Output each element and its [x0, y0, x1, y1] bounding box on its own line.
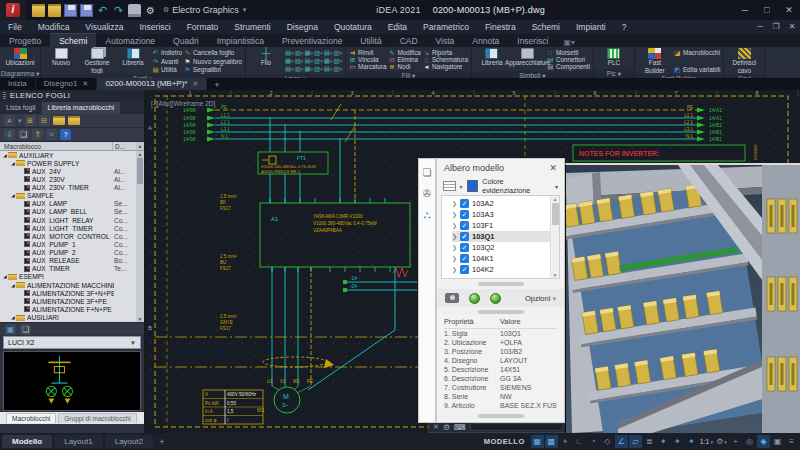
- ribbon-button-navigatore[interactable]: ◄Navigatore: [423, 63, 468, 70]
- ribbon-button-connettori[interactable]: ⋈Connettori: [547, 56, 590, 63]
- ribbon-button-marcatura[interactable]: ▭Marcatura: [349, 63, 386, 70]
- line-tool-icon[interactable]: ▧▾: [314, 49, 323, 57]
- doc-close-icon[interactable]: ✕: [784, 20, 800, 34]
- tree-scrollbar[interactable]: ▲▼: [136, 151, 144, 322]
- menu-strumenti[interactable]: Strumenti: [226, 20, 278, 34]
- copy-properties-icon[interactable]: ❏: [423, 167, 432, 178]
- component-list[interactable]: ❯✓103A2❯✓103A3❯✓103F1❯✓103Q1❯✓103Q2❯✓104…: [441, 195, 560, 279]
- tree-item[interactable]: AUX_LIGHT_RELAYCo...: [0, 216, 136, 224]
- export-icon[interactable]: ⇑: [32, 129, 43, 140]
- undo-icon[interactable]: ↶: [96, 4, 109, 17]
- panel-tab-lista-fogli[interactable]: Lista fogli: [0, 102, 42, 114]
- polar-tracking-icon[interactable]: ◔: [587, 435, 600, 448]
- help-icon[interactable]: ?: [60, 129, 71, 140]
- menu-formato[interactable]: Formato: [179, 20, 227, 34]
- line-tool-icon[interactable]: ▥▾: [314, 57, 323, 65]
- menu-parametrico[interactable]: Parametrico: [415, 20, 477, 34]
- line-tool-icon[interactable]: ▤▾: [324, 49, 333, 57]
- record-icon[interactable]: ▣▾: [563, 38, 575, 47]
- scale-indicator[interactable]: 1:1▾: [699, 435, 714, 448]
- tree-item[interactable]: AUX_PUMP_1Co...: [0, 240, 136, 248]
- visibility-checkbox[interactable]: ✓: [460, 199, 469, 208]
- doc-restore-icon[interactable]: ❐: [768, 20, 784, 34]
- tree-item[interactable]: AUX_24VAl...: [0, 167, 136, 175]
- lineweight-icon[interactable]: ≣: [643, 435, 656, 448]
- layout-tab-modello[interactable]: Modello: [2, 435, 52, 448]
- folder-icon[interactable]: [53, 116, 65, 125]
- panel-tab-libreria-macroblocchi[interactable]: Libreria macroblocchi: [42, 102, 121, 114]
- component-item-104k1[interactable]: ❯✓104K1: [452, 253, 550, 264]
- file-tab-close-icon[interactable]: ✕: [192, 79, 198, 89]
- ribbon-button-avanti[interactable]: ↷Avanti: [152, 58, 182, 65]
- tree-item[interactable]: AUX_RELEASEBo...: [0, 257, 136, 265]
- command-tools-icon[interactable]: ⚙: [443, 423, 450, 432]
- menu-disegna[interactable]: Disegna: [279, 20, 326, 34]
- expand-chevron-icon[interactable]: ❯: [452, 244, 457, 251]
- ribbon-button-edita-variabili[interactable]: ◩Edita variabili: [674, 66, 720, 73]
- ribbon-tab-utilità[interactable]: Utilità: [351, 34, 390, 47]
- line-tool-icon[interactable]: ▧▾: [295, 57, 304, 65]
- ortho-icon[interactable]: ∟: [573, 435, 586, 448]
- layout-tab-layout1[interactable]: Layout1: [54, 435, 102, 448]
- line-tool-icon[interactable]: ▧▾: [333, 57, 342, 65]
- menu-schemi[interactable]: Schemi: [524, 20, 568, 34]
- tree-item[interactable]: AUX_LAMP_BELLSe...: [0, 208, 136, 216]
- options-button[interactable]: Opzioni ▾: [525, 294, 556, 303]
- line-tool-icon[interactable]: ▥▾: [295, 49, 304, 57]
- line-tool-icon[interactable]: ▦▾: [324, 57, 333, 65]
- tree-item[interactable]: ALIMENTAZIONE 3F+PE: [0, 297, 136, 305]
- import-icon[interactable]: ⇓: [4, 129, 15, 140]
- palette-close-icon[interactable]: ✕: [549, 163, 557, 173]
- save2-icon[interactable]: [80, 4, 93, 17]
- component-item-103q1[interactable]: ❯✓103Q1: [452, 231, 550, 242]
- file-tab-close-icon[interactable]: ✕: [83, 79, 89, 89]
- tree-folder[interactable]: ◢AUSILIARI: [0, 314, 136, 322]
- menu-file[interactable]: File: [0, 20, 30, 34]
- ribbon-button-apparecchiature[interactable]: Apparecchiature: [511, 48, 545, 71]
- search-icon[interactable]: ⌕: [4, 115, 15, 126]
- model-tree-icon[interactable]: ⛬: [424, 209, 431, 221]
- insert-macro-icon[interactable]: ▣: [5, 324, 16, 335]
- ribbon-tab-schemi[interactable]: Schemi: [50, 33, 96, 47]
- line-tool-icon[interactable]: ▧▾: [314, 65, 323, 73]
- ribbon-group-label[interactable]: Diagramma ▾: [0, 69, 40, 78]
- expand-chevron-icon[interactable]: ❯: [452, 200, 457, 207]
- visibility-checkbox[interactable]: ✓: [460, 265, 469, 274]
- ribbon-tab-cad[interactable]: CAD: [391, 34, 427, 47]
- tree-folder[interactable]: ◢SAMPLE: [0, 192, 136, 200]
- ribbon-button-fast-builder[interactable]: FastBuilder: [638, 48, 672, 74]
- open2-icon[interactable]: [48, 4, 61, 17]
- cabinet-3d-view[interactable]: [565, 163, 800, 433]
- file-tab-0200-m00013-mb-p-[interactable]: 0200-M00013 (MB+P)*✕: [97, 78, 207, 90]
- file-tab-inizia[interactable]: Inizia: [0, 78, 36, 90]
- folder-icon[interactable]: [68, 116, 80, 125]
- highlight-off-button[interactable]: [490, 293, 501, 304]
- line-tool-icon[interactable]: ▦▾: [304, 65, 313, 73]
- macro-select-dropdown[interactable]: LUCI X2▼: [3, 336, 141, 349]
- new-file-tab-button[interactable]: +: [207, 80, 226, 90]
- osnap-tracking-icon[interactable]: ∠: [615, 435, 628, 448]
- ribbon-group-label[interactable]: Fili ▾: [346, 71, 471, 78]
- ribbon-button-componenti[interactable]: ▤Componenti: [547, 63, 590, 70]
- tree-folder[interactable]: ◢ESEMPI: [0, 273, 136, 281]
- ribbon-tab-inserisci[interactable]: Inserisci: [508, 34, 557, 47]
- line-tool-icon[interactable]: ▥▾: [333, 49, 342, 57]
- tree-item[interactable]: AUX_MOTOR_CONTROLCo...: [0, 232, 136, 240]
- layout-tab-layout2[interactable]: Layout2: [105, 435, 153, 448]
- detail-list-icon[interactable]: [443, 181, 456, 191]
- menu-edita[interactable]: Edita: [380, 20, 415, 34]
- visibility-checkbox[interactable]: ✓: [460, 232, 469, 241]
- ribbon-button-utilità[interactable]: ▤Utilità: [152, 66, 182, 73]
- column-desc[interactable]: D...: [112, 142, 136, 150]
- close-icon[interactable]: ✕: [778, 0, 800, 20]
- workspace-label[interactable]: Electro Graphics: [172, 5, 239, 15]
- copy-macro-icon[interactable]: ❏: [20, 324, 31, 335]
- file-tab-disegno1[interactable]: Disegno1✕: [36, 78, 98, 90]
- tree-item[interactable]: AUX_LIGHT_TIMERCo...: [0, 224, 136, 232]
- component-list-hscroll[interactable]: [443, 281, 558, 287]
- component-ft1[interactable]: FT1 V1000 240-480Vac 0,75-2kW A1000-FN30…: [258, 152, 328, 174]
- ribbon-button-plc[interactable]: PLC: [597, 48, 631, 69]
- ribbon-button-cancella-foglio[interactable]: ✎Cancella foglio: [184, 49, 242, 56]
- menu-modifica[interactable]: Modifica: [30, 20, 78, 34]
- highlight-color-swatch[interactable]: [467, 180, 479, 192]
